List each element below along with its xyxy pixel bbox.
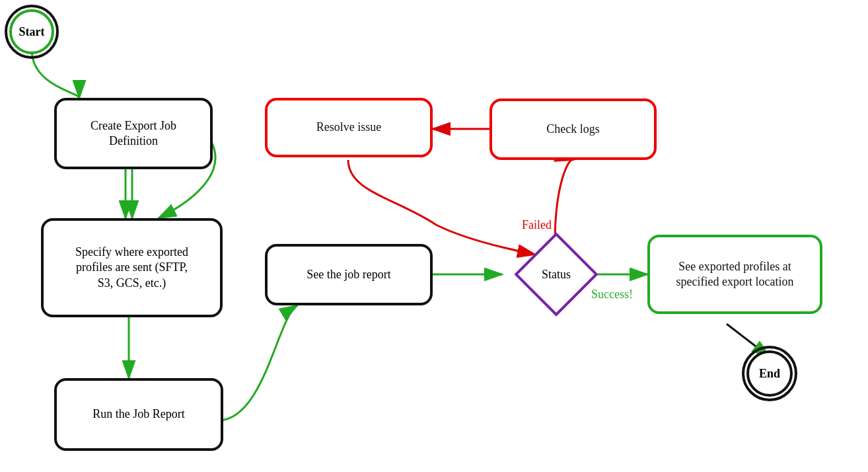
see-exported-node: See exported profiles atspecified export… — [647, 235, 822, 314]
resolve-issue-label: Resolve issue — [316, 120, 382, 135]
start-node: Start — [9, 9, 54, 54]
specify-where-label: Specify where exportedprofiles are sent … — [75, 245, 188, 291]
check-logs-node: Check logs — [489, 98, 657, 160]
see-job-report-node: See the job report — [265, 244, 433, 305]
create-export-label: Create Export JobDefinition — [90, 118, 176, 149]
specify-where-node: Specify where exportedprofiles are sent … — [41, 218, 223, 317]
status-label: Status — [542, 268, 571, 282]
run-job-report-node: Run the Job Report — [54, 378, 223, 451]
run-job-report-label: Run the Job Report — [92, 407, 185, 422]
success-label: Success! — [591, 288, 633, 301]
end-node: End — [746, 350, 793, 397]
resolve-issue-node: Resolve issue — [265, 98, 433, 157]
create-export-node: Create Export JobDefinition — [54, 98, 213, 169]
flowchart: Start Create Export JobDefinition Specif… — [0, 0, 868, 472]
see-job-report-label: See the job report — [307, 267, 390, 282]
start-label: Start — [19, 25, 45, 39]
status-label-container: Status — [526, 245, 586, 304]
failed-label: Failed — [522, 218, 552, 232]
see-exported-label: See exported profiles atspecified export… — [676, 259, 794, 290]
end-label: End — [759, 367, 780, 381]
check-logs-label: Check logs — [546, 122, 600, 137]
